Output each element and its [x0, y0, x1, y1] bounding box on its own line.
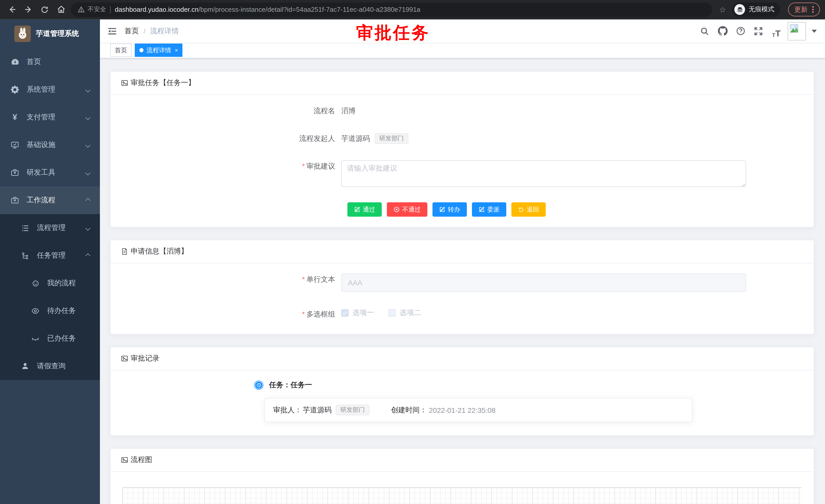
help-icon[interactable]: [734, 24, 747, 37]
chevron-down-icon: [85, 87, 90, 92]
tag-label: 流程详情: [147, 46, 171, 55]
edit-icon: [439, 206, 445, 213]
sidebar-item-task-mgmt[interactable]: 任务管理: [0, 242, 100, 269]
url-domain: dashboard.yudao.iocoder.cn: [115, 6, 199, 13]
incognito-label: 无痕模式: [749, 5, 774, 14]
tag-process-detail[interactable]: 流程详情 ×: [135, 44, 183, 57]
reject-button[interactable]: 不通过: [387, 202, 427, 217]
chevron-down-icon: [85, 115, 90, 120]
chevron-up-icon: [85, 253, 90, 258]
briefcase-icon: [10, 196, 19, 204]
node-tree-icon: [20, 252, 30, 259]
sidebar-item-devtools[interactable]: 研发工具: [0, 159, 100, 186]
sidebar-item-label: 工作流程: [27, 196, 79, 205]
assignee-label: 审批人：: [273, 405, 302, 415]
insecure-label: 不安全: [88, 5, 106, 14]
checkbox-group: 选项一 选项二: [341, 308, 421, 318]
sidebar-item-label: 基础设施: [27, 140, 79, 150]
search-icon[interactable]: [698, 24, 711, 37]
circle-close-icon: [393, 206, 400, 213]
sidebar-item-label: 待办任务: [47, 306, 93, 316]
record-detail-card: 审批人： 芋道源码 研发部门 创建时间： 2022-01-21 22:35:08: [265, 398, 692, 422]
approve-actions: 通过 不通过 转办 委: [348, 202, 804, 217]
form-row-checkbox-group: *多选框组 选项一 选项二: [121, 308, 804, 320]
chevron-down-icon: [85, 170, 90, 175]
card-body: *单行文本 *多选框组 选项一: [111, 263, 814, 334]
assignee-value: 芋道源码: [303, 405, 331, 415]
yen-icon: ¥: [10, 113, 19, 122]
form-row-process-name: 流程名 滔博: [121, 105, 804, 116]
sidebar-item-payment[interactable]: ¥ 支付管理: [0, 103, 100, 131]
dept-tag: 研发部门: [375, 133, 408, 144]
url-text[interactable]: dashboard.yudao.iocoder.cn/bpm/process-i…: [115, 6, 421, 13]
checkbox-label: 选项一: [353, 308, 374, 318]
bpmn-canvas[interactable]: [122, 487, 802, 504]
sidebar-item-done-tasks[interactable]: 已办任务: [0, 325, 100, 352]
face-icon: [31, 279, 40, 287]
chevron-down-icon: [85, 142, 90, 148]
site-security[interactable]: 不安全: [78, 5, 106, 14]
tags-view: 首页 流程详情 ×: [100, 43, 825, 59]
required-marker: *: [302, 162, 305, 170]
incognito-badge: 无痕模式: [732, 2, 780, 17]
picture-outline-icon: [121, 456, 128, 464]
address-bar[interactable]: 不安全 dashboard.yudao.iocoder.cn/bpm/proce…: [71, 2, 712, 17]
browser-update-button[interactable]: 更新: [788, 3, 820, 16]
tag-home[interactable]: 首页: [110, 44, 132, 57]
return-button[interactable]: 退回: [511, 202, 546, 217]
logo-image: [14, 26, 31, 42]
forward-icon[interactable]: [21, 3, 35, 16]
sidebar-logo[interactable]: 芋道管理系统: [0, 19, 100, 48]
sidebar-item-my-process[interactable]: 我的流程: [0, 269, 100, 297]
home-icon[interactable]: [54, 3, 68, 16]
sidebar-item-label: 我的流程: [47, 279, 93, 288]
field-label: *单行文本: [121, 273, 341, 285]
github-icon[interactable]: [716, 24, 729, 37]
eye-closed-icon: [31, 334, 40, 343]
sidebar-item-label: 研发工具: [27, 168, 79, 177]
sidebar: 芋道管理系统 首页 系统管理 ¥ 支付管理: [0, 19, 100, 504]
card-body: [111, 472, 814, 504]
task-title: 任务：任务一: [269, 381, 312, 390]
approve-comment-textarea[interactable]: [341, 160, 746, 187]
card-body: 任务：任务一 审批人： 芋道源码 研发部门 创建时间： 2022-01-21 2…: [111, 370, 814, 435]
card-body: 流程名 滔博 流程发起人 芋道源码 研发部门 *审批建议: [111, 95, 814, 227]
monitor-icon: [10, 141, 19, 149]
avatar-caret-icon[interactable]: [812, 29, 817, 32]
chevron-down-icon: [85, 225, 90, 231]
checkbox-checked-icon: [341, 309, 349, 317]
sidebar-item-leave-query[interactable]: 请假查询: [0, 352, 100, 380]
sidebar-item-home[interactable]: 首页: [0, 48, 100, 76]
hamburger-icon[interactable]: [100, 19, 125, 43]
browser-menu-icon[interactable]: [812, 6, 814, 13]
field-label: *多选框组: [121, 308, 341, 320]
edit-icon: [354, 206, 360, 213]
list-icon: [20, 224, 30, 232]
update-label: 更新: [794, 5, 808, 14]
card-title: 审批任务【任务一】: [131, 78, 195, 88]
sidebar-item-infra[interactable]: 基础设施: [0, 131, 100, 159]
card-title: 审批记录: [131, 354, 159, 363]
sidebar-item-system[interactable]: 系统管理: [0, 76, 100, 103]
sidebar-item-process-mgmt[interactable]: 流程管理: [0, 214, 100, 242]
sidebar-item-todo-tasks[interactable]: 待办任务: [0, 297, 100, 325]
toolbox-icon: [10, 169, 19, 177]
breadcrumb-home[interactable]: 首页: [125, 26, 139, 35]
bookmark-star-icon[interactable]: ☆: [719, 5, 726, 14]
back-icon[interactable]: [5, 3, 18, 16]
navbar: 首页 / 流程详情 审批任务: [100, 19, 825, 43]
transfer-button[interactable]: 转办: [433, 202, 467, 217]
fullscreen-icon[interactable]: [752, 24, 765, 37]
page-content: 审批任务【任务一】 流程名 滔博 流程发起人 芋道源码 研发部门: [100, 58, 825, 504]
document-icon: [121, 248, 128, 255]
avatar[interactable]: [788, 22, 806, 40]
sidebar-item-workflow[interactable]: 工作流程: [0, 186, 100, 214]
chevron-up-icon: [85, 198, 90, 203]
tag-close-icon[interactable]: ×: [175, 47, 178, 53]
font-size-icon[interactable]: TT: [770, 24, 783, 37]
approve-button[interactable]: 通过: [348, 202, 382, 217]
warning-icon: [78, 6, 85, 13]
delegate-button[interactable]: 委派: [472, 202, 506, 217]
reload-icon[interactable]: [38, 3, 51, 16]
apply-info-card: 申请信息【滔博】 *单行文本 *多选框组 选项一: [110, 240, 814, 334]
